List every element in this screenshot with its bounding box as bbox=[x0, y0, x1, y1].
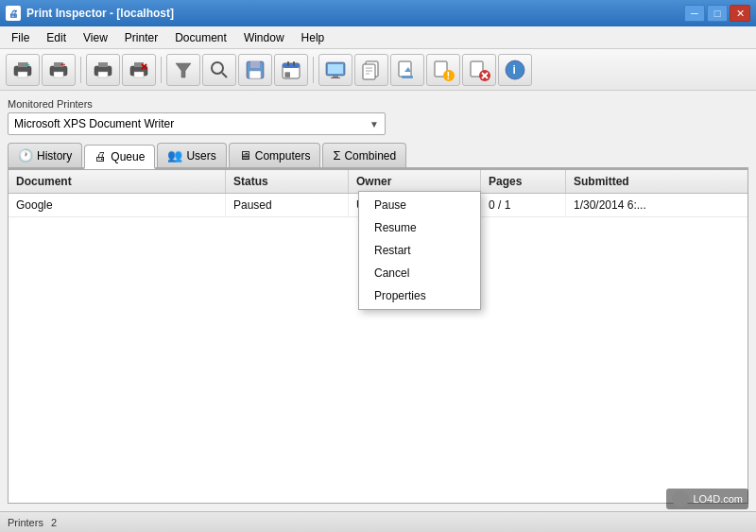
toolbar-separator-1 bbox=[80, 57, 81, 83]
cell-submitted: 1/30/2014 6:... bbox=[566, 194, 747, 216]
context-menu-resume[interactable]: Resume bbox=[359, 216, 480, 239]
maximize-button[interactable]: □ bbox=[707, 5, 728, 22]
svg-marker-16 bbox=[176, 63, 191, 77]
svg-rect-21 bbox=[249, 71, 261, 78]
menu-edit[interactable]: Edit bbox=[39, 29, 74, 46]
history-icon: 🕐 bbox=[18, 148, 33, 163]
menu-printer[interactable]: Printer bbox=[117, 29, 165, 46]
col-status: Status bbox=[226, 170, 349, 193]
svg-rect-23 bbox=[283, 63, 300, 68]
printers-count: 2 bbox=[51, 517, 57, 528]
tab-computers-label: Computers bbox=[255, 149, 311, 163]
svg-text:i: i bbox=[513, 63, 516, 77]
svg-text:!: ! bbox=[447, 70, 451, 81]
svg-rect-32 bbox=[363, 64, 375, 79]
context-menu-cancel[interactable]: Cancel bbox=[359, 262, 480, 284]
minimize-button[interactable]: ─ bbox=[684, 5, 705, 22]
queue-icon: 🖨 bbox=[94, 149, 107, 163]
lo4d-text: LO4D.com bbox=[693, 493, 743, 505]
svg-point-17 bbox=[212, 62, 223, 74]
printer-dropdown[interactable]: Microsoft XPS Document Writer ▼ bbox=[8, 112, 386, 135]
col-owner: Owner bbox=[349, 170, 481, 193]
toolbar-separator-2 bbox=[161, 57, 162, 83]
menu-bar: File Edit View Printer Document Window H… bbox=[0, 26, 756, 49]
title-bar: 🖨 Print Inspector - [localhost] ─ □ ✕ bbox=[0, 0, 756, 26]
close-button[interactable]: ✕ bbox=[730, 5, 750, 22]
monitored-printers-section: Monitored Printers Microsoft XPS Documen… bbox=[8, 98, 748, 135]
tab-queue[interactable]: 🖨 Queue bbox=[84, 145, 155, 169]
svg-rect-9 bbox=[98, 62, 108, 67]
svg-line-18 bbox=[222, 73, 227, 77]
info2-button[interactable]: ! bbox=[426, 54, 460, 86]
context-menu-pause[interactable]: Pause bbox=[359, 194, 480, 216]
combined-icon: Σ bbox=[333, 148, 340, 163]
tab-history-label: History bbox=[37, 149, 72, 163]
lo4d-watermark: LO4D.com bbox=[666, 489, 748, 509]
menu-help[interactable]: Help bbox=[294, 29, 333, 46]
svg-rect-25 bbox=[293, 61, 295, 66]
tab-computers[interactable]: 🖥 Computers bbox=[229, 143, 321, 167]
context-menu: Pause Resume Restart Cancel Properties bbox=[358, 191, 481, 310]
svg-rect-24 bbox=[287, 61, 289, 66]
col-document: Document bbox=[9, 170, 226, 193]
svg-rect-30 bbox=[331, 77, 340, 78]
svg-rect-28 bbox=[328, 64, 343, 74]
main-content: Monitored Printers Microsoft XPS Documen… bbox=[0, 91, 756, 511]
tab-users-label: Users bbox=[186, 149, 215, 163]
menu-document[interactable]: Document bbox=[167, 29, 234, 46]
svg-rect-2 bbox=[18, 72, 27, 77]
svg-rect-6 bbox=[54, 72, 63, 77]
computers-icon: 🖥 bbox=[239, 148, 251, 163]
tab-users[interactable]: 👥 Users bbox=[157, 143, 226, 167]
save-button[interactable] bbox=[238, 54, 272, 86]
delete-job-button[interactable] bbox=[122, 54, 156, 86]
cell-status: Paused bbox=[226, 194, 349, 216]
status-bar: Printers 2 bbox=[0, 511, 756, 532]
svg-rect-20 bbox=[250, 61, 260, 68]
svg-rect-38 bbox=[402, 76, 413, 78]
info-button[interactable]: i bbox=[498, 54, 532, 86]
svg-text:+: + bbox=[26, 60, 30, 69]
cancel-button[interactable] bbox=[462, 54, 496, 86]
window-controls: ─ □ ✕ bbox=[684, 5, 750, 22]
cell-document: Google bbox=[9, 194, 226, 216]
window-title: Print Inspector - [localhost] bbox=[26, 7, 174, 20]
tab-queue-label: Queue bbox=[111, 150, 145, 163]
monitored-printers-label: Monitored Printers bbox=[8, 98, 748, 110]
toolbar-separator-3 bbox=[313, 57, 314, 83]
printer-dropdown-value: Microsoft XPS Document Writer bbox=[14, 117, 174, 130]
copy-button[interactable] bbox=[354, 54, 388, 86]
menu-file[interactable]: File bbox=[4, 29, 37, 46]
tab-combined[interactable]: Σ Combined bbox=[322, 143, 406, 167]
monitor-button[interactable] bbox=[318, 54, 352, 86]
col-pages: Pages bbox=[481, 170, 566, 193]
calendar-button[interactable]: ▦ bbox=[274, 54, 308, 86]
table-area: Document Status Owner Pages Submitted Go… bbox=[8, 169, 748, 504]
cell-pages: 0 / 1 bbox=[481, 194, 566, 216]
svg-rect-13 bbox=[134, 72, 144, 77]
svg-rect-10 bbox=[98, 72, 108, 77]
search-button[interactable] bbox=[202, 54, 236, 86]
printer-settings-button[interactable] bbox=[86, 54, 120, 86]
lo4d-icon bbox=[672, 490, 689, 507]
svg-text:−: − bbox=[60, 60, 65, 69]
remove-printer-button[interactable]: − bbox=[42, 54, 76, 86]
download-button[interactable] bbox=[390, 54, 424, 86]
menu-window[interactable]: Window bbox=[236, 29, 292, 46]
tab-history[interactable]: 🕐 History bbox=[8, 143, 82, 167]
svg-text:▦: ▦ bbox=[284, 71, 291, 77]
tab-combined-label: Combined bbox=[344, 149, 396, 163]
users-icon: 👥 bbox=[167, 148, 182, 163]
context-menu-properties[interactable]: Properties bbox=[359, 284, 480, 307]
chevron-down-icon: ▼ bbox=[369, 119, 379, 129]
add-printer-button[interactable]: + bbox=[6, 54, 40, 86]
printers-label: Printers bbox=[8, 517, 43, 528]
app-icon: 🖨 bbox=[6, 6, 21, 21]
filter-button[interactable] bbox=[166, 54, 200, 86]
col-submitted: Submitted bbox=[566, 170, 747, 193]
context-menu-restart[interactable]: Restart bbox=[359, 239, 480, 262]
toolbar: + − ▦ ! i bbox=[0, 49, 756, 91]
menu-view[interactable]: View bbox=[76, 29, 115, 46]
tabs: 🕐 History 🖨 Queue 👥 Users 🖥 Computers Σ … bbox=[8, 143, 748, 169]
